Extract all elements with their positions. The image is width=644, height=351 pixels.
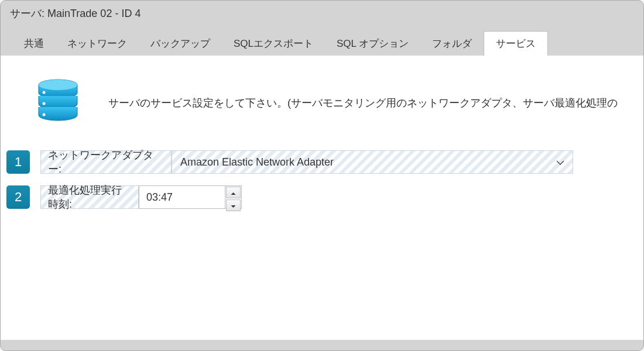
svg-point-1: [39, 80, 77, 90]
config-window: サーバ: MainTrade 02 - ID 4 共通 ネットワーク バックアッ…: [0, 0, 644, 351]
network-adapter-select[interactable]: Amazon Elastic Network Adapter: [172, 150, 573, 174]
network-adapter-row: 1 ネットワークアダプター: Amazon Elastic Network Ad…: [1, 150, 643, 174]
panel-header: サーバのサービス設定をして下さい。(サーバモニタリング用のネットワークアダプタ、…: [1, 79, 643, 150]
network-adapter-label: ネットワークアダプター:: [40, 150, 172, 174]
optimization-time-label: 最適化処理実行時刻:: [40, 185, 139, 209]
tab-network[interactable]: ネットワーク: [56, 32, 139, 56]
tab-label: SQL オプション: [337, 38, 409, 49]
tab-folder[interactable]: フォルダ: [420, 32, 484, 56]
tab-bar: 共通 ネットワーク バックアップ SQLエクスポート SQL オプション フォル…: [1, 31, 643, 56]
spin-down-icon: [231, 200, 236, 211]
spinner-buttons: [225, 186, 241, 208]
optimization-time-spinner[interactable]: 03:47: [139, 185, 242, 209]
tab-sql-options[interactable]: SQL オプション: [325, 32, 420, 56]
window-title: サーバ: MainTrade 02 - ID 4: [1, 1, 643, 31]
server-icon: [36, 79, 80, 127]
tab-service[interactable]: サービス: [484, 31, 548, 56]
network-adapter-value: Amazon Elastic Network Adapter: [180, 156, 334, 168]
chevron-down-icon: [556, 156, 564, 168]
tab-label: ネットワーク: [67, 38, 127, 49]
optimization-time-value[interactable]: 03:47: [139, 186, 225, 208]
svg-point-3: [43, 102, 46, 105]
tab-label: バックアップ: [150, 38, 210, 49]
tab-sql-export[interactable]: SQLエクスポート: [222, 32, 325, 56]
tab-backup[interactable]: バックアップ: [139, 32, 222, 56]
tab-label: サービス: [496, 38, 536, 49]
svg-point-4: [43, 113, 46, 116]
optimization-time-row: 2 最適化処理実行時刻: 03:47: [1, 185, 643, 209]
svg-point-2: [43, 91, 46, 94]
tab-label: フォルダ: [432, 38, 472, 49]
step-badge-2: 2: [6, 185, 30, 209]
tab-label: SQLエクスポート: [234, 38, 313, 49]
spin-up-button[interactable]: [226, 187, 241, 198]
tab-common[interactable]: 共通: [12, 32, 56, 56]
step-badge-1: 1: [6, 150, 30, 174]
panel-description: サーバのサービス設定をして下さい。(サーバモニタリング用のネットワークアダプタ、…: [108, 96, 618, 110]
spin-down-button[interactable]: [226, 199, 241, 211]
service-panel: サーバのサービス設定をして下さい。(サーバモニタリング用のネットワークアダプタ、…: [1, 56, 643, 340]
tab-label: 共通: [24, 38, 44, 49]
spin-up-icon: [231, 187, 236, 198]
